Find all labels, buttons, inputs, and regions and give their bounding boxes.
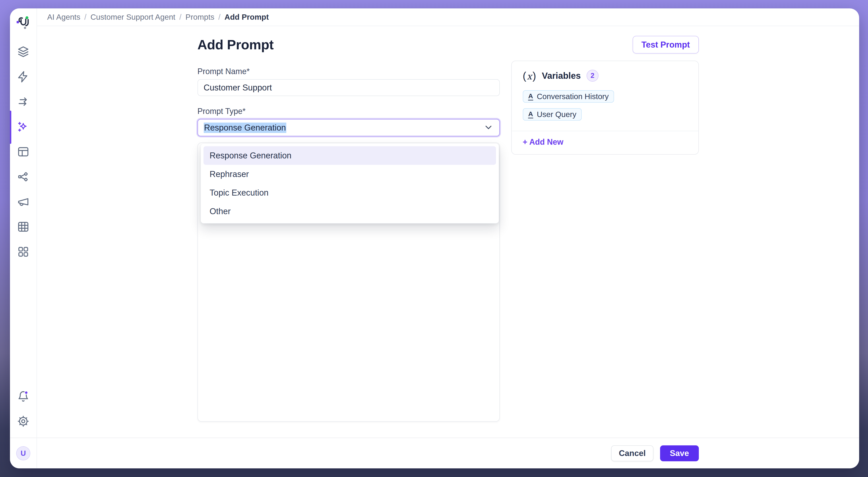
sidebar-item-pages[interactable] <box>17 145 30 159</box>
variable-chip-user-query[interactable]: A User Query <box>523 108 582 121</box>
dropdown-option-response-generation[interactable]: Response Generation <box>204 146 496 165</box>
bell-icon <box>17 390 29 403</box>
app-logo[interactable] <box>16 15 30 30</box>
sidebar: U <box>10 8 37 468</box>
main-area: AI Agents / Customer Support Agent / Pro… <box>37 8 859 468</box>
chevron-down-icon <box>484 122 494 133</box>
footer-bar: Cancel Save <box>37 438 859 468</box>
breadcrumb-separator: / <box>84 12 87 22</box>
sidebar-bottom <box>17 390 30 428</box>
notification-dot <box>25 391 28 394</box>
page-header: Add Prompt Test Prompt <box>197 35 699 54</box>
breadcrumb-current: Add Prompt <box>224 12 269 22</box>
sidebar-item-layers[interactable] <box>17 45 30 59</box>
prompt-type-select[interactable]: Response Generation <box>197 119 500 136</box>
prompt-type-selected-value: Response Generation <box>204 123 286 133</box>
sidebar-nav <box>17 45 30 259</box>
breadcrumb-separator: / <box>218 12 221 22</box>
sidebar-item-apps[interactable] <box>17 246 30 259</box>
active-nav-indicator <box>10 111 11 144</box>
megaphone-icon <box>17 196 29 209</box>
sidebar-item-flows[interactable] <box>17 96 30 108</box>
variables-panel: (x) Variables 2 A Conversation History A <box>511 61 699 155</box>
notifications-button[interactable] <box>17 390 30 403</box>
breadcrumb-separator: / <box>179 12 182 22</box>
layers-icon <box>17 45 29 59</box>
breadcrumb-link-prompts[interactable]: Prompts <box>186 12 214 22</box>
variables-title: Variables <box>542 71 581 81</box>
arrows-right-icon <box>17 96 29 109</box>
breadcrumb: AI Agents / Customer Support Agent / Pro… <box>47 12 269 22</box>
prompt-type-label: Prompt Type* <box>197 107 500 115</box>
page-title: Add Prompt <box>197 37 274 53</box>
logo-purple-square <box>17 21 19 24</box>
save-button[interactable]: Save <box>660 445 699 461</box>
dropdown-option-other[interactable]: Other <box>204 202 496 220</box>
grid-icon <box>17 246 29 259</box>
user-avatar[interactable]: U <box>16 446 30 461</box>
variable-chip-list: A Conversation History A User Query <box>512 90 699 121</box>
sidebar-item-automations[interactable] <box>17 71 30 83</box>
settings-button[interactable] <box>17 415 30 428</box>
sidebar-footer: U <box>10 438 36 468</box>
letter-a-icon: A <box>528 110 533 118</box>
content: Add Prompt Test Prompt Prompt Name* Prom… <box>37 26 859 438</box>
sidebar-item-ai-agents[interactable] <box>17 121 30 133</box>
breadcrumb-bar: AI Agents / Customer Support Agent / Pro… <box>37 8 859 26</box>
logo-gray-hex <box>24 27 26 29</box>
dropdown-option-rephraser[interactable]: Rephraser <box>204 165 496 183</box>
app-window: U AI Agents / Customer Support Agent / P… <box>10 8 859 468</box>
variable-chip-conversation-history[interactable]: A Conversation History <box>523 90 614 103</box>
letter-a-icon: A <box>528 93 533 100</box>
sidebar-item-tables[interactable] <box>17 220 30 233</box>
sidebar-item-integrations[interactable] <box>17 171 30 183</box>
variables-count-badge: 2 <box>587 70 598 82</box>
variable-chip-label: User Query <box>537 110 577 119</box>
prompt-form: Prompt Name* Prompt Type* Response Gener… <box>197 54 500 422</box>
add-new-variable-button[interactable]: + Add New <box>512 131 699 154</box>
share-network-icon <box>17 171 29 184</box>
variables-header: (x) Variables 2 <box>512 61 699 82</box>
prompt-name-input[interactable] <box>197 79 500 96</box>
layout-panel-icon <box>17 145 29 159</box>
breadcrumb-link-ai-agents[interactable]: AI Agents <box>47 12 81 22</box>
breadcrumb-link-agent[interactable]: Customer Support Agent <box>91 12 175 22</box>
cancel-button[interactable]: Cancel <box>611 445 653 461</box>
zap-icon <box>17 71 29 83</box>
dropdown-option-topic-execution[interactable]: Topic Execution <box>204 183 496 202</box>
sparkles-icon <box>17 121 29 134</box>
variable-chip-label: Conversation History <box>537 92 609 101</box>
table-icon <box>17 220 29 234</box>
gear-icon <box>17 415 29 428</box>
prompt-type-dropdown: Response Generation Rephraser Topic Exec… <box>200 143 499 224</box>
test-prompt-button[interactable]: Test Prompt <box>632 36 699 54</box>
function-x-icon: (x) <box>523 70 536 82</box>
prompt-name-label: Prompt Name* <box>197 67 500 76</box>
sidebar-item-campaigns[interactable] <box>17 196 30 208</box>
